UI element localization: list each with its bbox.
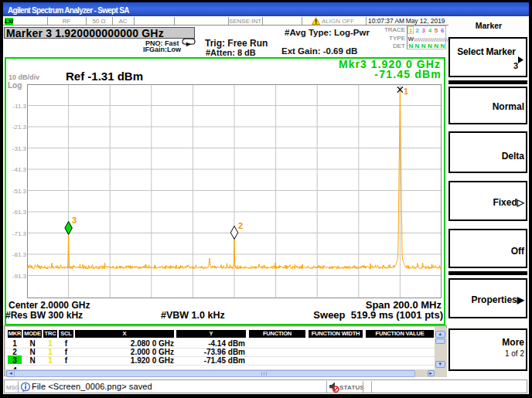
svg-text:2: 2 [238, 221, 243, 230]
svg-text:1: 1 [404, 87, 408, 96]
svg-text:3: 3 [72, 216, 77, 225]
